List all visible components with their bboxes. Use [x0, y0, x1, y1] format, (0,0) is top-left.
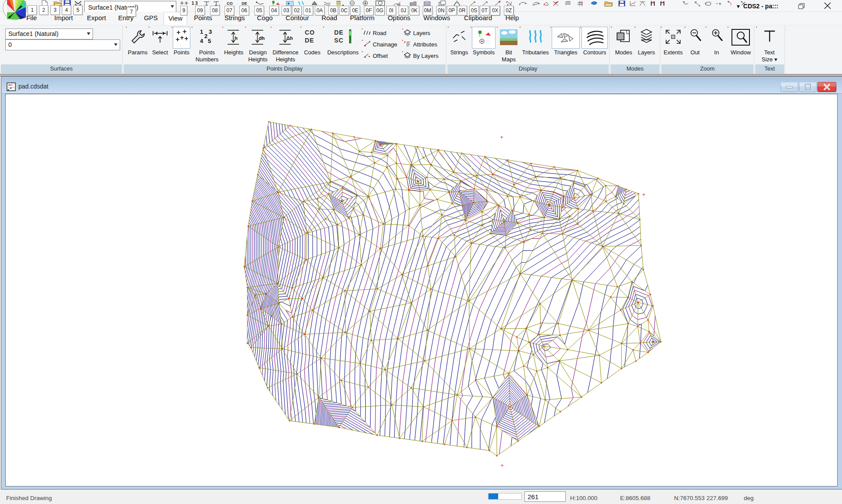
svg-text:DE: DE: [242, 1, 247, 6]
svg-text:w.l: w.l: [8, 83, 12, 86]
svg-text:CO: CO: [227, 1, 233, 6]
svg-text:k: k: [719, 2, 721, 6]
svg-text:1 3: 1 3: [192, 1, 198, 6]
